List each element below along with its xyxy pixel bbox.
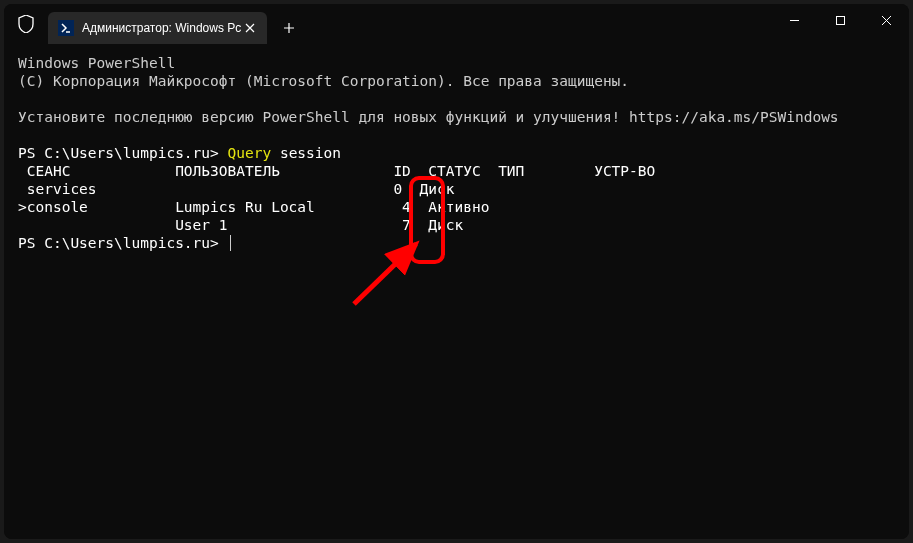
ps-banner-line2: (C) Корпорация Майкрософт (Microsoft Cor… <box>18 73 629 89</box>
prompt-1: PS C:\Users\lumpics.ru> <box>18 145 228 161</box>
prompt-2: PS C:\Users\lumpics.ru> <box>18 235 228 251</box>
command-query: Query <box>228 145 272 161</box>
output-row-user1: User 1 7 Диск <box>18 217 463 233</box>
shield-icon <box>18 15 34 33</box>
close-window-button[interactable] <box>863 4 909 36</box>
new-tab-button[interactable] <box>273 12 305 44</box>
output-row-services: services 0 Диск <box>18 181 455 197</box>
tab-title: Администратор: Windows Pc <box>82 21 241 35</box>
output-header: СЕАНС ПОЛЬЗОВАТЕЛЬ ID СТАТУС ТИП УСТР-ВО <box>18 163 655 179</box>
powershell-icon <box>58 20 74 36</box>
cursor <box>230 235 231 251</box>
close-tab-button[interactable] <box>241 19 259 37</box>
output-row-console: >console Lumpics Ru Local 4 Активно <box>18 199 489 215</box>
window-controls <box>771 4 909 44</box>
ps-banner-line1: Windows PowerShell <box>18 55 175 71</box>
title-bar: Администратор: Windows Pc <box>4 4 909 44</box>
ps-update-notice: Установите последнюю версию PowerShell д… <box>18 109 839 125</box>
maximize-button[interactable] <box>817 4 863 36</box>
command-arg: session <box>271 145 341 161</box>
tab-active[interactable]: Администратор: Windows Pc <box>48 12 267 44</box>
svg-rect-1 <box>836 16 844 24</box>
terminal-output[interactable]: Windows PowerShell (C) Корпорация Майкро… <box>4 44 909 539</box>
minimize-button[interactable] <box>771 4 817 36</box>
terminal-window: Администратор: Windows Pc Windows PowerS… <box>4 4 909 539</box>
